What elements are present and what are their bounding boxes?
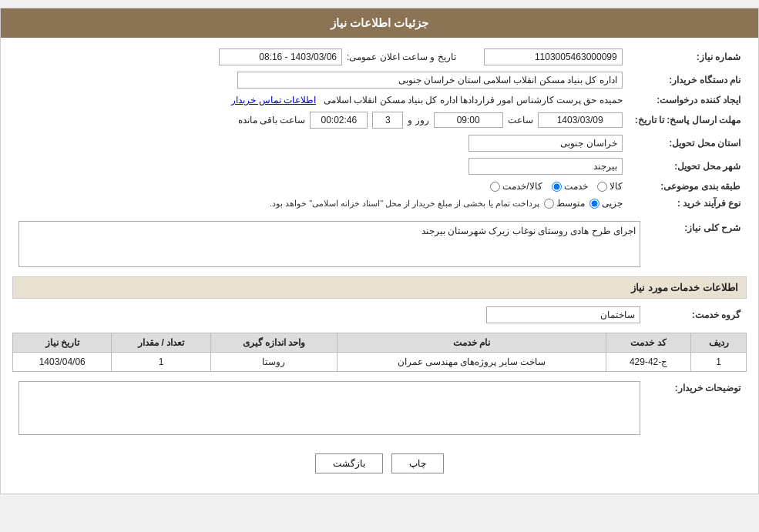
cell-kodKhedmat: ج-42-429: [606, 353, 691, 372]
kala-label: کالا: [610, 181, 623, 192]
nam-dastgah-value: اداره کل بنیاد مسکن انقلاب اسلامی استان …: [12, 69, 629, 92]
motavaset-label: متوسط: [556, 198, 585, 209]
grohe-label: گروه خدمت:: [646, 303, 747, 326]
kala-khedmat-label: کالا/خدمت: [502, 181, 542, 192]
sharh-table: شرح کلی نیاز: اجرای طرح هادی روستای نوغا…: [12, 218, 747, 270]
ettelaat-tamas-link[interactable]: اطلاعات تماس خریدار: [231, 95, 316, 105]
page-wrapper: جزئیات اطلاعات نیاز شماره نیاز: 11030054…: [0, 8, 759, 494]
tarikh-label: تاریخ و ساعت اعلان عمومی:: [347, 52, 456, 62]
row-ijad-konande: ایجاد کننده درخواست: حمیده حق پرست کارشن…: [12, 92, 747, 109]
mohlat-baqi-label: ساعت باقی مانده: [238, 115, 306, 125]
row-ostan: استان محل تحویل: خراسان جنوبی: [12, 132, 747, 155]
mohlat-roz-input[interactable]: 3: [372, 112, 403, 129]
cell-tedad: 1: [112, 353, 210, 372]
kala-khedmat-radio[interactable]: [490, 182, 500, 192]
khedmat-label: خدمت: [564, 181, 588, 192]
cell-namKhedmat: ساخت سایر پروژه‌های مهندسی عمران: [338, 353, 606, 372]
button-row: چاپ بازگشت: [12, 444, 747, 486]
shahr-value: بیرجند: [12, 155, 629, 178]
tozihat-table: توضیحات خریدار:: [12, 378, 747, 438]
mohlat-saat-label: ساعت: [508, 115, 533, 125]
info-table: شماره نیاز: 1103005463000099 تاریخ و ساع…: [12, 45, 747, 212]
back-button[interactable]: بازگشت: [315, 453, 383, 473]
grohe-table: گروه خدمت: ساختمان: [12, 303, 747, 326]
table-row: 1ج-42-429ساخت سایر پروژه‌های مهندسی عمرا…: [13, 353, 747, 372]
main-content: شماره نیاز: 1103005463000099 تاریخ و ساع…: [1, 38, 758, 494]
page-header: جزئیات اطلاعات نیاز: [1, 8, 758, 38]
mohlat-baqi-input[interactable]: 00:02:46: [310, 112, 368, 129]
ostan-value: خراسان جنوبی: [12, 132, 629, 155]
motavaset-option[interactable]: متوسط: [544, 198, 585, 209]
col-tedad: تعداد / مقدار: [112, 333, 210, 353]
col-vahed: واحد اندازه گیری: [210, 333, 337, 353]
row-tozihat: توضیحات خریدار:: [12, 378, 747, 438]
kala-radio[interactable]: [597, 182, 607, 192]
ijad-konande-value: حمیده حق پرست کارشناس امور قراردادها ادا…: [12, 92, 629, 109]
mohlat-roz-label: روز و: [408, 115, 428, 125]
jozii-label: جزیی: [602, 198, 623, 209]
mohlat-date-input[interactable]: 1403/03/09: [538, 112, 623, 128]
shomare-niaz-label: شماره نیاز:: [629, 45, 747, 69]
noe-farayand-note: پرداخت تمام یا بخشی از مبلغ خریدار از مح…: [270, 199, 539, 209]
tabaghe-value: کالا خدمت کالا/خدمت: [12, 178, 629, 195]
col-nam: نام خدمت: [338, 333, 606, 353]
mohlat-value: 1403/03/09 ساعت 09:00 روز و 3 00:02:46 س…: [12, 109, 629, 132]
sharh-value-cell: اجرای طرح هادی روستای نوغاب زیرک شهرستان…: [12, 218, 646, 270]
grohe-value-cell: ساختمان: [12, 303, 646, 326]
khadamat-section-header: اطلاعات خدمات مورد نیاز: [12, 276, 747, 299]
khedmat-option[interactable]: خدمت: [552, 181, 588, 192]
shomare-niaz-value: 1103005463000099 تاریخ و ساعت اعلان عموم…: [12, 45, 629, 69]
jozii-radio[interactable]: [589, 199, 599, 209]
ijad-konande-label: ایجاد کننده درخواست:: [629, 92, 747, 109]
grohe-input[interactable]: ساختمان: [486, 306, 640, 323]
khedmat-radio[interactable]: [552, 182, 562, 192]
col-radif: ردیف: [691, 333, 747, 353]
cell-tarikh: 1403/04/06: [13, 353, 112, 372]
mohlat-label: مهلت ارسال پاسخ: تا تاریخ:: [629, 109, 747, 132]
tarikh-input[interactable]: 1403/03/06 - 08:16: [219, 49, 342, 65]
ostan-label: استان محل تحویل:: [629, 132, 747, 155]
cell-vahed: روستا: [210, 353, 337, 372]
services-header-row: ردیف کد خدمت نام خدمت واحد اندازه گیری ت…: [13, 333, 747, 353]
row-sharh: شرح کلی نیاز: اجرای طرح هادی روستای نوغا…: [12, 218, 747, 270]
sharh-box[interactable]: اجرای طرح هادی روستای نوغاب زیرک شهرستان…: [18, 221, 640, 267]
ostan-input[interactable]: خراسان جنوبی: [468, 135, 623, 152]
noe-farayand-value: جزیی متوسط پرداخت تمام یا بخشی از مبلغ خ…: [12, 195, 629, 212]
row-shahr: شهر محل تحویل: بیرجند: [12, 155, 747, 178]
shomare-niaz-input[interactable]: 1103005463000099: [484, 49, 623, 65]
nam-dastgah-label: نام دستگاه خریدار:: [629, 69, 747, 92]
cell-radif: 1: [691, 353, 747, 372]
motavaset-radio[interactable]: [544, 199, 554, 209]
tozihat-box[interactable]: [18, 381, 640, 435]
services-table-head: ردیف کد خدمت نام خدمت واحد اندازه گیری ت…: [13, 333, 747, 353]
row-nam-dastgah: نام دستگاه خریدار: اداره کل بنیاد مسکن ا…: [12, 69, 747, 92]
services-table: ردیف کد خدمت نام خدمت واحد اندازه گیری ت…: [12, 333, 747, 372]
tozihat-label: توضیحات خریدار:: [646, 378, 747, 438]
col-tarikh: تاریخ نیاز: [13, 333, 112, 353]
row-shomare-tarikh: شماره نیاز: 1103005463000099 تاریخ و ساع…: [12, 45, 747, 69]
jozii-option[interactable]: جزیی: [589, 198, 623, 209]
noe-farayand-label: نوع فرآیند خرید :: [629, 195, 747, 212]
print-button[interactable]: چاپ: [391, 453, 444, 473]
tozihat-value-cell: [12, 378, 646, 438]
sharh-label: شرح کلی نیاز:: [646, 218, 747, 270]
row-tabaghe: طبقه بندی موضوعی: کالا خدمت کالا/خدمت: [12, 178, 747, 195]
shahr-label: شهر محل تحویل:: [629, 155, 747, 178]
shahr-input[interactable]: بیرجند: [468, 158, 623, 175]
page-title: جزئیات اطلاعات نیاز: [331, 16, 428, 29]
mohlat-saat-input[interactable]: 09:00: [434, 112, 503, 128]
ijad-konande-text: حمیده حق پرست کارشناس امور قراردادها ادا…: [324, 95, 623, 105]
sharh-text: اجرای طرح هادی روستای نوغاب زیرک شهرستان…: [421, 226, 636, 236]
row-mohlat: مهلت ارسال پاسخ: تا تاریخ: 1403/03/09 سا…: [12, 109, 747, 132]
nam-dastgah-input[interactable]: اداره کل بنیاد مسکن انقلاب اسلامی استان …: [237, 72, 623, 89]
services-table-body: 1ج-42-429ساخت سایر پروژه‌های مهندسی عمرا…: [13, 353, 747, 372]
col-kod: کد خدمت: [606, 333, 691, 353]
row-grohe: گروه خدمت: ساختمان: [12, 303, 747, 326]
row-noe-farayand: نوع فرآیند خرید : جزیی متوسط پرداخت تمام…: [12, 195, 747, 212]
tabaghe-label: طبقه بندی موضوعی:: [629, 178, 747, 195]
kala-option[interactable]: کالا: [597, 181, 623, 192]
kala-khedmat-option[interactable]: کالا/خدمت: [490, 181, 542, 192]
